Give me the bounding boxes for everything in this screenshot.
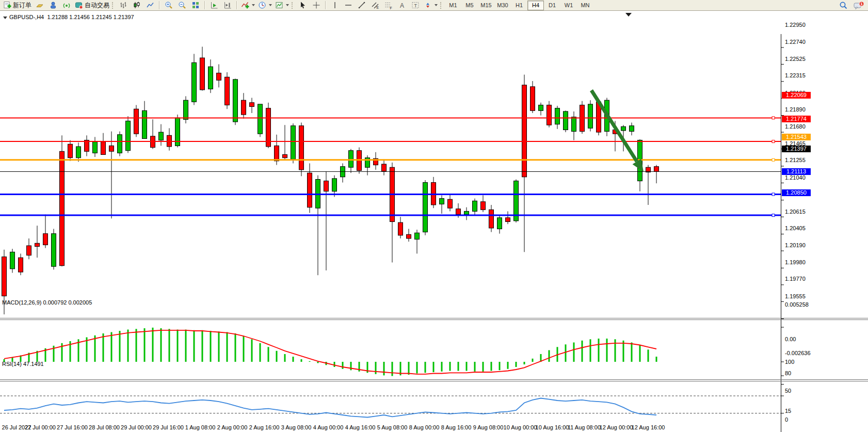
- time-label: 4 Aug 16:00: [345, 424, 376, 430]
- candle: [134, 105, 139, 137]
- line-chart-icon: [146, 1, 154, 9]
- quote-high: 1.21456: [69, 14, 90, 20]
- price-tick-label: 1.19980: [785, 259, 806, 265]
- new-order-label: 新订单: [13, 1, 31, 10]
- tab-period-d1[interactable]: D1: [544, 1, 560, 10]
- candle: [564, 110, 568, 132]
- price-tick-label: 1.22740: [785, 39, 806, 45]
- price-badge: 1.22069: [782, 92, 811, 99]
- dropdown-caret-icon: [269, 4, 272, 6]
- tab-period-m5[interactable]: M5: [461, 1, 478, 10]
- channel-tool-button[interactable]: E: [368, 1, 382, 10]
- candle: [497, 215, 502, 234]
- candle: [291, 123, 296, 163]
- hline-handle: [772, 158, 775, 161]
- text-label-icon: T: [411, 1, 420, 9]
- candle: [522, 75, 527, 252]
- price-tick-label: 1.20190: [785, 242, 806, 248]
- styles-button[interactable]: [33, 1, 46, 10]
- tile-windows-icon: [191, 1, 200, 9]
- time-label: 1 Aug 08:00: [185, 424, 216, 430]
- quote-symbol: GBPUSD-,H4: [9, 14, 44, 20]
- candle: [407, 229, 411, 242]
- candle: [423, 180, 428, 235]
- candle: [52, 229, 56, 269]
- tab-period-h1[interactable]: H1: [511, 1, 527, 10]
- time-label: 4 Aug 00:00: [313, 424, 344, 430]
- price-badge: 1.21397: [782, 146, 811, 152]
- macd-tick-label: 0.00: [785, 336, 796, 342]
- periods-button[interactable]: [256, 1, 274, 10]
- candle: [258, 104, 263, 137]
- chart-shift-marker-icon[interactable]: [625, 13, 632, 17]
- signals-button[interactable]: [60, 1, 73, 10]
- macd-tick-label: -0.002636: [785, 350, 811, 356]
- trendline-tool-button[interactable]: [355, 1, 368, 10]
- template-icon: [275, 1, 283, 9]
- toolbar-separator: [204, 1, 205, 9]
- fibonacci-tool-button[interactable]: F: [382, 1, 395, 10]
- bar-chart-icon: [119, 1, 127, 9]
- crosshair-tool-button[interactable]: [310, 1, 323, 10]
- candle: [208, 59, 213, 93]
- search-button[interactable]: [837, 1, 850, 10]
- vertical-line-icon: [331, 1, 339, 9]
- candle: [43, 215, 48, 248]
- candle: [464, 207, 469, 220]
- autotrading-button[interactable]: 自动交易: [73, 1, 111, 10]
- auto-scroll-icon: [210, 1, 218, 9]
- crosshair-icon: [312, 1, 320, 9]
- auto-scroll-button[interactable]: [207, 1, 221, 10]
- candle: [184, 96, 188, 123]
- cursor-tool-button[interactable]: [296, 1, 310, 10]
- indicators-button[interactable]: [239, 1, 256, 10]
- price-tick-label: 1.22950: [785, 22, 806, 28]
- price-badge: 1.20850: [782, 189, 811, 196]
- market-watch-button[interactable]: [46, 1, 60, 10]
- price-tick-label: 1.20405: [785, 225, 806, 231]
- bar-chart-button[interactable]: [117, 1, 130, 10]
- tab-period-m15[interactable]: M15: [478, 1, 494, 10]
- candle: [93, 137, 98, 157]
- new-order-button[interactable]: 新订单: [2, 1, 33, 10]
- candle: [101, 133, 106, 155]
- tab-period-w1[interactable]: W1: [560, 1, 577, 10]
- candle: [126, 116, 131, 153]
- zoom-out-button[interactable]: [175, 1, 189, 10]
- candle: [654, 165, 659, 184]
- toolbar-separator: [325, 1, 326, 9]
- candle: [431, 177, 436, 208]
- candle: [324, 171, 329, 270]
- dropdown-caret-icon: [286, 4, 289, 6]
- text-label-tool-button[interactable]: T: [409, 1, 422, 10]
- chart-area[interactable]: [0, 11, 868, 432]
- tab-period-m1[interactable]: M1: [445, 1, 461, 10]
- candle: [167, 128, 172, 150]
- zoom-in-icon: [165, 1, 173, 9]
- tab-period-m30[interactable]: M30: [494, 1, 511, 10]
- candle: [35, 226, 40, 258]
- tab-period-h4[interactable]: H4: [527, 1, 544, 10]
- toolbar-grip: [112, 2, 115, 9]
- candle: [506, 211, 510, 224]
- candle: [415, 230, 420, 253]
- line-chart-button[interactable]: [143, 1, 157, 10]
- notifications-button[interactable]: 1: [852, 1, 866, 10]
- candle: [283, 125, 287, 160]
- price-badge: 1.21543: [782, 134, 811, 140]
- arrows-tool-button[interactable]: [422, 1, 439, 10]
- candlestick-chart-button[interactable]: [130, 1, 143, 10]
- price-tick-label: 1.19770: [785, 276, 806, 282]
- hline-tool-button[interactable]: [342, 1, 355, 10]
- text-tool-button[interactable]: A: [395, 1, 409, 10]
- time-label: 28 Jul 08:00: [89, 424, 120, 430]
- chart-shift-button[interactable]: [221, 1, 234, 10]
- macd-signal-line: [4, 330, 656, 374]
- zoom-in-button[interactable]: [162, 1, 175, 10]
- vline-tool-button[interactable]: [328, 1, 342, 10]
- candle: [365, 155, 370, 175]
- rsi-label: RSI(14) 47.1491: [2, 361, 44, 367]
- templates-button[interactable]: [274, 1, 291, 10]
- tile-windows-button[interactable]: [189, 1, 202, 10]
- tab-period-mn[interactable]: MN: [577, 1, 593, 10]
